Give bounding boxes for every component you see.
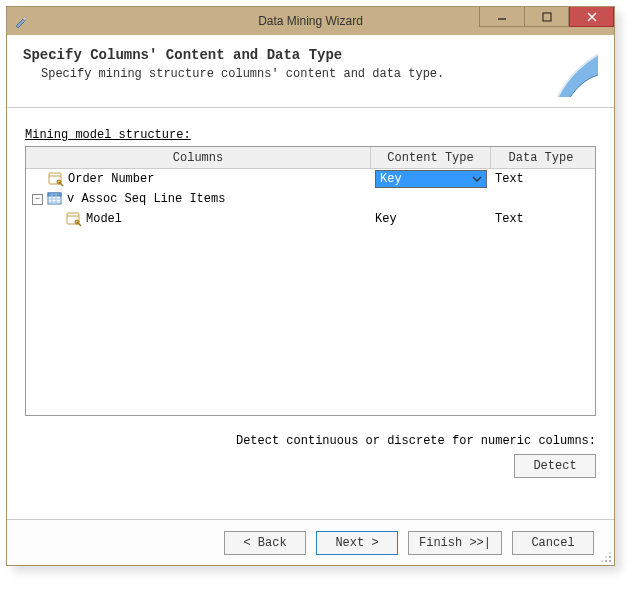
col-header-data-type[interactable]: Data Type	[491, 147, 591, 168]
app-icon	[7, 7, 35, 35]
back-button[interactable]: < Back	[224, 531, 306, 555]
grid-header: Columns Content Type Data Type	[26, 147, 595, 169]
detect-button[interactable]: Detect	[514, 454, 596, 478]
row-label: Model	[86, 212, 122, 226]
row-label: v Assoc Seq Line Items	[67, 192, 225, 206]
content-type-value: Key	[375, 212, 397, 226]
next-button[interactable]: Next >	[316, 531, 398, 555]
maximize-button[interactable]	[524, 7, 569, 27]
detect-hint: Detect continuous or discrete for numeri…	[25, 434, 596, 448]
key-icon	[48, 171, 64, 187]
wizard-window: Data Mining Wizard Specify Columns' Cont…	[6, 6, 615, 566]
content-type-dropdown[interactable]: Key	[375, 170, 487, 188]
wizard-header: Specify Columns' Content and Data Type S…	[7, 35, 614, 108]
wizard-footer: < Back Next > Finish >>| Cancel	[7, 519, 614, 565]
data-type-value: Text	[495, 212, 524, 226]
section-label: Mining model structure:	[25, 128, 596, 142]
col-header-columns[interactable]: Columns	[26, 147, 371, 168]
svg-rect-2	[543, 13, 551, 21]
svg-point-19	[609, 560, 611, 562]
col-header-content-type[interactable]: Content Type	[371, 147, 491, 168]
table-row[interactable]: Model Key Text	[26, 209, 595, 229]
svg-point-22	[601, 560, 603, 562]
minimize-button[interactable]	[479, 7, 524, 27]
table-row[interactable]: Order Number Key Text	[26, 169, 595, 189]
cancel-button[interactable]: Cancel	[512, 531, 594, 555]
key-icon	[66, 211, 82, 227]
collapse-icon[interactable]: −	[32, 194, 43, 205]
titlebar: Data Mining Wizard	[7, 7, 614, 35]
svg-point-23	[605, 556, 607, 558]
svg-point-20	[605, 560, 607, 562]
wizard-graphic-icon	[528, 47, 598, 97]
svg-rect-10	[48, 193, 61, 196]
page-subtitle: Specify mining structure columns' conten…	[41, 67, 444, 81]
close-button[interactable]	[569, 7, 614, 27]
table-row[interactable]: − v Assoc Seq Line Items	[26, 189, 595, 209]
table-icon	[47, 191, 63, 207]
chevron-down-icon	[470, 172, 484, 186]
dropdown-value: Key	[380, 172, 402, 186]
page-title: Specify Columns' Content and Data Type	[23, 47, 444, 63]
data-type-value: Text	[495, 172, 524, 186]
resize-grip-icon[interactable]	[600, 551, 612, 563]
structure-grid: Columns Content Type Data Type	[25, 146, 596, 416]
row-label: Order Number	[68, 172, 154, 186]
svg-point-24	[609, 552, 611, 554]
svg-point-21	[609, 556, 611, 558]
finish-button[interactable]: Finish >>|	[408, 531, 502, 555]
